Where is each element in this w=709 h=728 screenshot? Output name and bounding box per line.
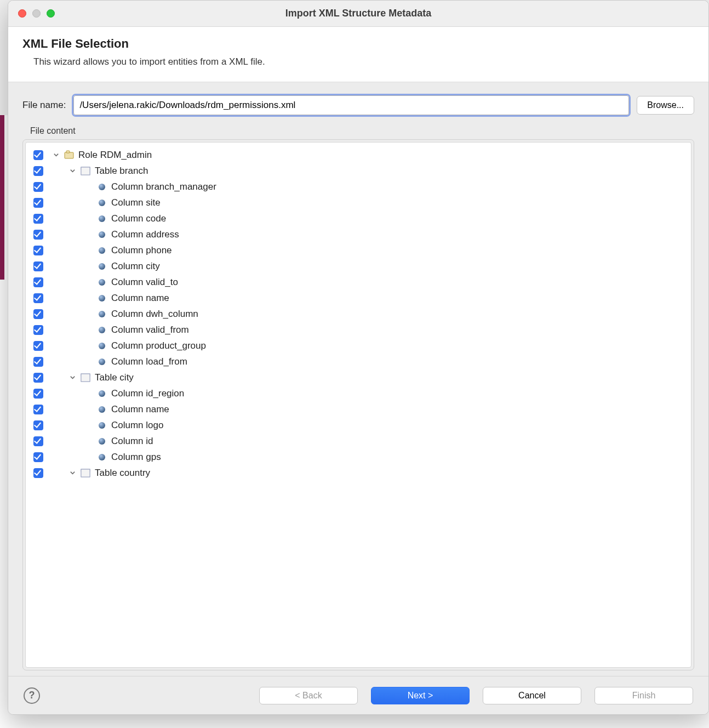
tree-row[interactable]: Column name	[31, 290, 685, 306]
column-icon	[97, 325, 107, 335]
svg-point-16	[99, 279, 105, 286]
tree-row[interactable]: Column name	[31, 401, 685, 417]
tree-row[interactable]: Column id_region	[31, 385, 685, 401]
tree-row[interactable]: Role RDM_admin	[31, 147, 685, 163]
expander-placeholder	[85, 326, 93, 334]
column-icon	[97, 405, 107, 414]
expander-placeholder	[85, 437, 93, 445]
expander-placeholder	[85, 358, 93, 366]
expander-placeholder	[85, 247, 93, 254]
tree-label: Column dwh_column	[111, 309, 198, 320]
expander-placeholder	[85, 215, 93, 223]
back-button[interactable]: < Back	[259, 687, 358, 704]
tree-row[interactable]: Column address	[31, 226, 685, 242]
tree-label: Column gps	[111, 452, 161, 463]
tree-checkbox[interactable]	[33, 230, 43, 240]
tree-label: Column site	[111, 197, 161, 208]
minimize-window-icon	[32, 9, 41, 18]
column-icon	[97, 420, 107, 430]
tree-row[interactable]: Table branch	[31, 163, 685, 179]
tree-checkbox[interactable]	[33, 357, 43, 367]
filename-input[interactable]	[73, 95, 629, 115]
tree-label: Table city	[95, 372, 134, 383]
file-content-label: File content	[30, 126, 694, 136]
tree-checkbox[interactable]	[33, 182, 43, 192]
column-icon	[97, 277, 107, 287]
tree-checkbox[interactable]	[33, 150, 43, 160]
file-content-tree[interactable]: Role RDM_adminTable branchColumn branch_…	[25, 142, 691, 668]
tree-row[interactable]: Column site	[31, 195, 685, 211]
tree-checkbox[interactable]	[33, 452, 43, 462]
column-icon	[97, 198, 107, 208]
tree-row[interactable]: Column product_group	[31, 338, 685, 354]
expander-icon[interactable]	[68, 167, 76, 175]
expander-placeholder	[85, 294, 93, 302]
svg-point-33	[99, 438, 105, 445]
tree-row[interactable]: Column city	[31, 258, 685, 274]
tree-label: Column address	[111, 229, 179, 240]
tree-row[interactable]: Column id	[31, 433, 685, 449]
tree-label: Role RDM_admin	[78, 150, 152, 161]
expander-placeholder	[85, 310, 93, 318]
column-icon	[97, 214, 107, 224]
svg-point-12	[99, 215, 105, 222]
svg-point-21	[99, 359, 105, 365]
tree-checkbox[interactable]	[33, 214, 43, 224]
wizard-header: XML File Selection This wizard allows yo…	[8, 27, 708, 82]
column-icon	[97, 357, 107, 367]
tree-row[interactable]: Column logo	[31, 417, 685, 433]
expander-icon[interactable]	[68, 374, 76, 382]
tree-row[interactable]: Table country	[31, 465, 685, 481]
svg-point-19	[99, 327, 105, 333]
tree-checkbox[interactable]	[33, 420, 43, 430]
tree-checkbox[interactable]	[33, 309, 43, 319]
wizard-footer: ? < Back Next > Cancel Finish	[8, 676, 708, 714]
column-icon	[97, 389, 107, 399]
table-icon	[81, 373, 90, 383]
tree-checkbox[interactable]	[33, 261, 43, 271]
expander-placeholder	[85, 342, 93, 350]
role-icon	[64, 150, 74, 160]
tree-checkbox[interactable]	[33, 405, 43, 414]
tree-row[interactable]: Column valid_to	[31, 274, 685, 290]
zoom-window-icon[interactable]	[47, 9, 55, 18]
tree-checkbox[interactable]	[33, 246, 43, 255]
tree-row[interactable]: Column load_from	[31, 354, 685, 369]
tree-row[interactable]: Column phone	[31, 242, 685, 258]
tree-container: Role RDM_adminTable branchColumn branch_…	[22, 139, 694, 670]
tree-label: Column product_group	[111, 340, 206, 351]
expander-icon[interactable]	[68, 469, 76, 477]
column-icon	[97, 293, 107, 303]
svg-point-18	[99, 311, 105, 317]
finish-button[interactable]: Finish	[594, 687, 693, 704]
cancel-button[interactable]: Cancel	[483, 687, 581, 704]
tree-checkbox[interactable]	[33, 293, 43, 303]
tree-label: Column id	[111, 436, 153, 447]
tree-checkbox[interactable]	[33, 198, 43, 208]
svg-rect-29	[81, 374, 90, 382]
tree-row[interactable]: Column dwh_column	[31, 306, 685, 322]
filename-label: File name:	[22, 100, 66, 111]
tree-checkbox[interactable]	[33, 325, 43, 335]
tree-row[interactable]: Column code	[31, 211, 685, 226]
tree-row[interactable]: Table city	[31, 369, 685, 385]
close-window-icon[interactable]	[18, 9, 26, 18]
tree-row[interactable]: Column gps	[31, 449, 685, 465]
tree-checkbox[interactable]	[33, 373, 43, 383]
tree-checkbox[interactable]	[33, 436, 43, 446]
expander-icon[interactable]	[52, 151, 60, 159]
svg-point-10	[99, 184, 105, 190]
column-icon	[97, 182, 107, 192]
next-button[interactable]: Next >	[371, 687, 470, 704]
browse-button[interactable]: Browse...	[637, 96, 694, 115]
tree-label: Column valid_from	[111, 325, 189, 335]
tree-checkbox[interactable]	[33, 468, 43, 478]
tree-checkbox[interactable]	[33, 277, 43, 287]
wizard-heading: XML File Selection	[22, 37, 694, 51]
tree-row[interactable]: Column branch_manager	[31, 179, 685, 195]
tree-checkbox[interactable]	[33, 166, 43, 176]
tree-checkbox[interactable]	[33, 341, 43, 351]
tree-checkbox[interactable]	[33, 389, 43, 399]
tree-row[interactable]: Column valid_from	[31, 322, 685, 338]
help-button[interactable]: ?	[24, 687, 40, 704]
